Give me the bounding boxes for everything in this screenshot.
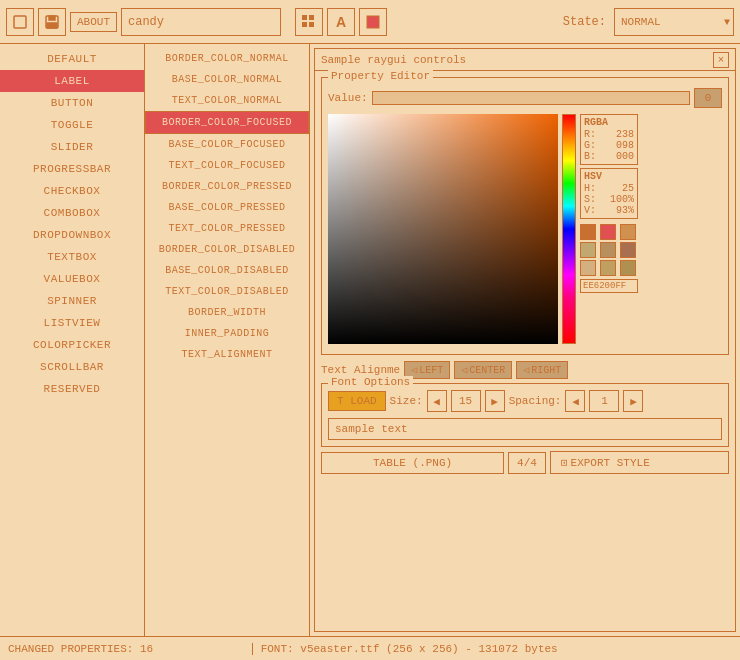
align-right-icon: ◁ xyxy=(523,364,529,376)
window-title: Sample raygui controls xyxy=(321,54,466,66)
color-gradient[interactable] xyxy=(328,114,558,344)
prop-text-color-pressed[interactable]: TEXT_COLOR_PRESSED xyxy=(145,218,309,239)
font-options-label: Font Options xyxy=(328,376,413,388)
prop-border-color-disabled[interactable]: BORDER_COLOR_DISABLED xyxy=(145,239,309,260)
prop-border-color-focused[interactable]: BORDER_COLOR_FOCUSED xyxy=(145,111,309,134)
align-center-button[interactable]: ◁ CENTER xyxy=(454,361,512,379)
grid-view-button[interactable] xyxy=(295,8,323,36)
sidebar-item-progressbar[interactable]: PROGRESSBAR xyxy=(0,158,144,180)
sidebar-item-valuebox[interactable]: VALUEBOX xyxy=(0,268,144,290)
save-button[interactable] xyxy=(38,8,66,36)
sidebar-item-scrollbar[interactable]: SCROLLBAR xyxy=(0,356,144,378)
spacing-increase-button[interactable]: ▶ xyxy=(623,390,643,412)
prop-text-color-focused[interactable]: TEXT_COLOR_FOCUSED xyxy=(145,155,309,176)
svg-rect-0 xyxy=(14,16,26,28)
rgba-panel: RGBA R: 238 G: 098 B: 000 xyxy=(580,114,638,344)
svg-rect-8 xyxy=(367,16,379,28)
table-button[interactable]: TABLE (.png) xyxy=(321,452,504,474)
rgba-r-row: R: 238 xyxy=(584,129,634,140)
spacing-decrease-button[interactable]: ◀ xyxy=(565,390,585,412)
main-area: DEFAULT LABEL BUTTON TOGGLE SLIDER PROGR… xyxy=(0,44,740,636)
sidebar-item-checkbox[interactable]: CHECKBOX xyxy=(0,180,144,202)
value-row: Value: 0 xyxy=(328,88,722,108)
sidebar-item-dropdownbox[interactable]: DROPDOWNBOX xyxy=(0,224,144,246)
r-value: 238 xyxy=(616,129,634,140)
h-label: H: xyxy=(584,183,596,194)
window-close-button[interactable]: × xyxy=(713,52,729,68)
sidebar-item-reserved[interactable]: RESERVED xyxy=(0,378,144,400)
v-label: V: xyxy=(584,205,596,216)
sidebar-item-colorpicker[interactable]: COLORPICKER xyxy=(0,334,144,356)
prop-base-color-disabled[interactable]: BASE_COLOR_DISABLED xyxy=(145,260,309,281)
size-value: 15 xyxy=(451,390,481,412)
swatch-5[interactable] xyxy=(600,242,616,258)
state-select-wrapper[interactable]: NORMAL FOCUSED PRESSED DISABLED ▼ xyxy=(614,8,734,36)
swatch-2[interactable] xyxy=(600,224,616,240)
value-number[interactable]: 0 xyxy=(694,88,722,108)
sidebar-item-listview[interactable]: LISTVIEW xyxy=(0,312,144,334)
spacing-label: Spacing: xyxy=(509,395,562,407)
prop-base-color-pressed[interactable]: BASE_COLOR_PRESSED xyxy=(145,197,309,218)
rgba-section: RGBA R: 238 G: 098 B: 000 xyxy=(580,114,638,165)
sidebar-item-combobox[interactable]: COMBOBOX xyxy=(0,202,144,224)
style-name-input[interactable] xyxy=(121,8,281,36)
prop-base-color-focused[interactable]: BASE_COLOR_FOCUSED xyxy=(145,134,309,155)
align-center-label: CENTER xyxy=(469,365,505,376)
size-increase-button[interactable]: ▶ xyxy=(485,390,505,412)
sidebar-item-slider[interactable]: SLIDER xyxy=(0,136,144,158)
size-decrease-button[interactable]: ◀ xyxy=(427,390,447,412)
swatch-9[interactable] xyxy=(620,260,636,276)
swatch-6[interactable] xyxy=(620,242,636,258)
sidebar-item-toggle[interactable]: TOGGLE xyxy=(0,114,144,136)
color-spectrum[interactable] xyxy=(562,114,576,344)
sidebar-item-textbox[interactable]: TEXTBOX xyxy=(0,246,144,268)
about-button[interactable]: ABOUT xyxy=(70,12,117,32)
hsv-section: HSV H: 25 S: 100% V: 93% xyxy=(580,168,638,219)
sidebar-item-default[interactable]: DEFAULT xyxy=(0,48,144,70)
align-right-button[interactable]: ◁ RIghT xyxy=(516,361,568,379)
swatch-1[interactable] xyxy=(580,224,596,240)
sidebar-item-spinner[interactable]: SPINNER xyxy=(0,290,144,312)
sample-text-display: sample text xyxy=(328,418,722,440)
prop-inner-padding[interactable]: INNER_PADDING xyxy=(145,323,309,344)
text-alignment-label: Text Alignme xyxy=(321,364,400,376)
font-view-button[interactable]: A xyxy=(327,8,355,36)
svg-rect-7 xyxy=(309,22,314,27)
prop-border-width[interactable]: BORDER_WIDTH xyxy=(145,302,309,323)
svg-rect-6 xyxy=(302,22,307,27)
swatch-3[interactable] xyxy=(620,224,636,240)
new-button[interactable] xyxy=(6,8,34,36)
toolbar: ABOUT A State: NORMAL FOCUSED PRESSED DI… xyxy=(0,0,740,44)
hsv-s-row: S: 100% xyxy=(584,194,634,205)
h-value: 25 xyxy=(622,183,634,194)
swatch-8[interactable] xyxy=(600,260,616,276)
spacing-value: 1 xyxy=(589,390,619,412)
swatch-4[interactable] xyxy=(580,242,596,258)
property-editor-section: Property Editor Value: 0 xyxy=(321,77,729,355)
s-label: S: xyxy=(584,194,596,205)
prop-text-alignment[interactable]: TEXT_ALIGNMENT xyxy=(145,344,309,365)
sample-window: Sample raygui controls × Property Editor… xyxy=(314,48,736,632)
state-select[interactable]: NORMAL FOCUSED PRESSED DISABLED xyxy=(614,8,734,36)
hex-input[interactable] xyxy=(580,279,638,293)
value-bar[interactable] xyxy=(372,91,690,105)
prop-border-color-normal[interactable]: BORDER_COLOR_NORMAL xyxy=(145,48,309,69)
prop-text-color-normal[interactable]: TEXT_COLOR_NORMAL xyxy=(145,90,309,111)
s-value: 100% xyxy=(610,194,634,205)
b-value: 000 xyxy=(616,151,634,162)
state-label: State: xyxy=(563,15,606,29)
export-icon: ⊡ xyxy=(561,456,568,469)
export-style-button[interactable]: ⊡ Export Style xyxy=(550,451,729,474)
prop-text-color-disabled[interactable]: TEXT_COLOR_DISABLED xyxy=(145,281,309,302)
color-view-button[interactable] xyxy=(359,8,387,36)
sidebar-item-button[interactable]: BUTTON xyxy=(0,92,144,114)
swatch-7[interactable] xyxy=(580,260,596,276)
svg-rect-2 xyxy=(49,16,55,20)
prop-border-color-pressed[interactable]: BORDER_COLOR_PRESSED xyxy=(145,176,309,197)
rgba-b-row: B: 000 xyxy=(584,151,634,162)
font-load-button[interactable]: T Load xyxy=(328,391,386,411)
align-left-label: LEFT xyxy=(419,365,443,376)
left-panel: DEFAULT LABEL BUTTON TOGGLE SLIDER PROGR… xyxy=(0,44,145,636)
sidebar-item-label[interactable]: LABEL xyxy=(0,70,144,92)
prop-base-color-normal[interactable]: BASE_COLOR_NORMAL xyxy=(145,69,309,90)
